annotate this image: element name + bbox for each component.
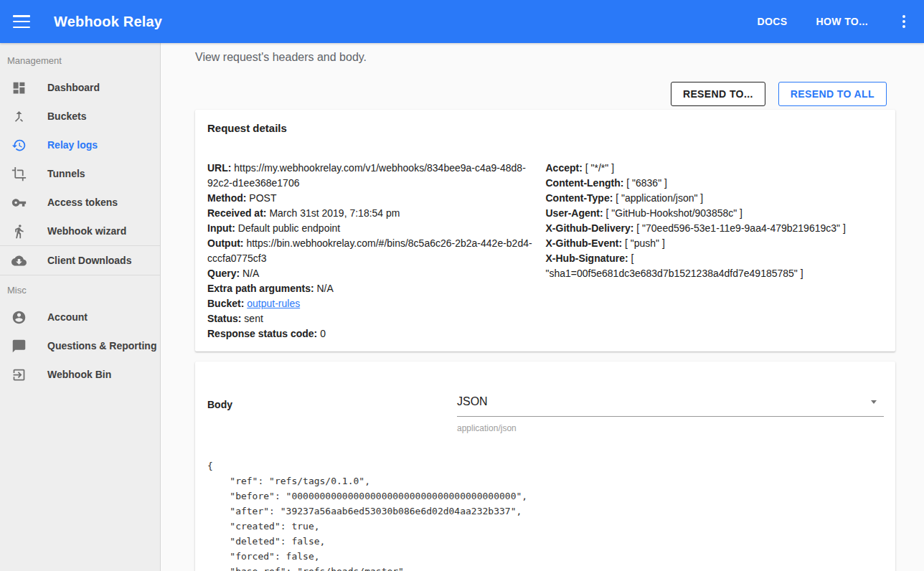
bucket-link[interactable]: output-rules <box>247 298 300 309</box>
field-value: Default public endpoint <box>238 222 340 234</box>
sidebar-item-label: Buckets <box>47 110 86 122</box>
field-label: URL: <box>207 162 231 174</box>
detail-field: Response status code: 0 <box>207 326 543 341</box>
field-value: https://my.webhookrelay.com/v1/webhooks/… <box>207 162 526 189</box>
sidebar-item-label: Tunnels <box>47 168 85 179</box>
header-field: Accept: [ "*/*" ] <box>546 161 882 176</box>
request-details-left-column: URL: https://my.webhookrelay.com/v1/webh… <box>207 161 546 341</box>
field-label: Bucket: <box>207 298 244 309</box>
sidebar-item-label: Dashboard <box>47 82 100 93</box>
detail-field: Query: N/A <box>207 266 543 281</box>
header-field: X-Hub-Signature: [ "sha1=00f5e681dc3e683… <box>546 251 882 281</box>
chevron-down-icon <box>871 400 877 404</box>
page-subtitle: View request's headers and body. <box>195 51 924 64</box>
app-title: Webhook Relay <box>54 14 162 30</box>
main-content: View request's headers and body. RESEND … <box>161 43 924 571</box>
sidebar-item-label: Relay logs <box>47 139 98 151</box>
sidebar-item-label: Questions & Reporting <box>47 340 156 351</box>
field-label: Content-Length: <box>546 177 624 189</box>
header-field: X-Github-Delivery: [ "70eed596-53e1-11e9… <box>546 221 882 236</box>
body-label: Body <box>207 391 457 433</box>
detail-field: Received at: March 31st 2019, 7:18:54 pm <box>207 206 543 221</box>
request-details-right-column: Accept: [ "*/*" ] Content-Length: [ "683… <box>546 161 885 341</box>
overflow-menu-icon[interactable] <box>895 13 913 30</box>
body-card: Body JSON application/json { "ref": "ref… <box>195 362 895 571</box>
actions-row: RESEND TO... RESEND TO ALL <box>161 82 887 106</box>
detail-field: Status: sent <box>207 311 543 326</box>
sidebar: Management Dashboard Buckets Relay logs <box>0 43 161 571</box>
how-to-button[interactable]: HOW TO... <box>801 9 882 34</box>
exit-to-app-icon <box>10 366 27 383</box>
field-value: [ "push" ] <box>625 237 665 249</box>
sidebar-item-label: Webhook Bin <box>47 369 111 380</box>
field-label: Content-Type: <box>546 192 613 204</box>
request-body-json: { "ref": "refs/tags/0.1.0", "before": "0… <box>207 458 884 571</box>
field-value: N/A <box>316 283 333 294</box>
sidebar-item-tunnels[interactable]: Tunnels <box>0 159 160 188</box>
sidebar-item-client-downloads[interactable]: Client Downloads <box>0 245 160 275</box>
sidebar-list-management: Dashboard Buckets Relay logs Tunnels <box>0 73 160 275</box>
field-value: [ "70eed596-53e1-11e9-9aa4-479b219619c3"… <box>636 222 845 234</box>
resend-to-button[interactable]: RESEND TO... <box>671 82 765 106</box>
field-value: March 31st 2019, 7:18:54 pm <box>269 207 400 219</box>
walk-icon <box>10 222 27 240</box>
field-label: Extra path arguments: <box>207 283 314 294</box>
key-icon <box>10 194 27 211</box>
field-label: X-Github-Delivery: <box>546 222 634 234</box>
field-value: POST <box>249 192 276 204</box>
field-value: sent <box>244 313 263 324</box>
chat-icon <box>10 337 27 354</box>
format-select[interactable]: JSON <box>457 391 884 417</box>
field-label: Response status code: <box>207 328 317 339</box>
sidebar-section-label: Misc <box>0 285 160 303</box>
sidebar-item-webhook-bin[interactable]: Webhook Bin <box>0 360 160 389</box>
detail-field: Input: Default public endpoint <box>207 221 543 236</box>
field-label: User-Agent: <box>546 207 603 219</box>
sidebar-item-account[interactable]: Account <box>0 303 160 331</box>
field-label: Received at: <box>207 207 266 219</box>
field-value: [ "*/*" ] <box>585 162 614 174</box>
field-value: [ "GitHub-Hookshot/903858c" ] <box>606 207 742 219</box>
sidebar-list-misc: Account Questions & Reporting Webhook Bi… <box>0 303 160 389</box>
request-details-card: Request details URL: https://my.webhookr… <box>195 110 895 351</box>
header-field: Content-Length: [ "6836" ] <box>546 176 882 191</box>
cloud-download-icon <box>10 252 27 269</box>
sidebar-item-label: Webhook wizard <box>47 225 126 237</box>
sidebar-item-access-tokens[interactable]: Access tokens <box>0 188 160 217</box>
dashboard-icon <box>10 79 27 96</box>
field-value: 0 <box>320 328 326 339</box>
history-icon <box>10 136 27 154</box>
sidebar-section-management: Management Dashboard Buckets Relay logs <box>0 43 160 275</box>
format-select-column: JSON application/json <box>457 391 884 433</box>
call-split-icon <box>10 108 27 125</box>
account-circle-icon <box>10 308 27 326</box>
request-details-columns: URL: https://my.webhookrelay.com/v1/webh… <box>207 161 884 341</box>
crop-icon <box>10 165 27 182</box>
sidebar-item-buckets[interactable]: Buckets <box>0 102 160 131</box>
sidebar-item-label: Access tokens <box>47 197 118 208</box>
sidebar-item-relay-logs[interactable]: Relay logs <box>0 131 160 159</box>
field-value: N/A <box>242 268 259 279</box>
field-label: X-Github-Event: <box>546 237 623 249</box>
field-value: [ "application/json" ] <box>616 192 703 204</box>
field-label: Accept: <box>546 162 583 174</box>
menu-icon[interactable] <box>13 15 30 28</box>
field-label: Status: <box>207 313 241 324</box>
sidebar-section-misc: Misc Account Questions & Reporting Webho… <box>0 275 160 389</box>
sidebar-item-dashboard[interactable]: Dashboard <box>0 73 160 102</box>
resend-to-all-button[interactable]: RESEND TO ALL <box>778 82 887 106</box>
sidebar-item-webhook-wizard[interactable]: Webhook wizard <box>0 217 160 245</box>
detail-field: Method: POST <box>207 191 543 206</box>
format-hint: application/json <box>457 423 884 433</box>
field-label: Method: <box>207 192 246 204</box>
header-field: User-Agent: [ "GitHub-Hookshot/903858c" … <box>546 206 882 221</box>
docs-button[interactable]: DOCS <box>742 9 801 34</box>
sidebar-section-label: Management <box>0 55 160 73</box>
sidebar-item-questions-reporting[interactable]: Questions & Reporting <box>0 331 160 360</box>
field-label: X-Hub-Signature: <box>546 253 628 264</box>
field-label: Query: <box>207 268 240 279</box>
field-label: Input: <box>207 222 235 234</box>
detail-field: Output: https://bin.webhookrelay.com/#/b… <box>207 236 543 266</box>
appbar-nav: DOCS HOW TO... <box>742 9 924 34</box>
detail-field: URL: https://my.webhookrelay.com/v1/webh… <box>207 161 543 191</box>
